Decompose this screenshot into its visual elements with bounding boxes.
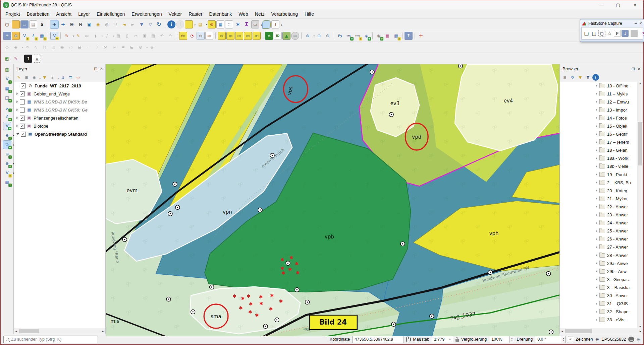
menu-item[interactable]: Web bbox=[235, 10, 252, 18]
refresh-map-icon[interactable]: ↻ bbox=[155, 20, 163, 28]
layer-checkbox[interactable] bbox=[21, 83, 26, 88]
layer-panel-float-icon[interactable]: ⊡ bbox=[94, 66, 98, 71]
select-by-value-icon[interactable]: ▤ bbox=[196, 20, 204, 28]
layer-item[interactable]: Funde_WT_2017_2019 bbox=[14, 82, 105, 90]
html-export-icon[interactable]: HTML bbox=[354, 32, 362, 40]
fs-capture-region-icon[interactable]: ▢ bbox=[598, 30, 605, 37]
raster-tool-icon[interactable]: ▲ bbox=[282, 32, 290, 40]
map-themes-icon[interactable]: ◉ bbox=[31, 74, 38, 81]
fs-capture-window-icon[interactable]: ▢ bbox=[583, 30, 590, 37]
layer-panel-hscrollbar[interactable]: ◄► bbox=[14, 328, 105, 334]
zoom-in-icon[interactable]: ⊕ bbox=[68, 20, 76, 28]
expander-icon[interactable] bbox=[596, 311, 597, 313]
browser-item[interactable]: 21 - Mykor bbox=[560, 195, 643, 203]
processing-tasks-icon[interactable]: ⊞ bbox=[637, 337, 641, 342]
expander-icon[interactable] bbox=[596, 198, 597, 200]
add-selected-layer-icon[interactable]: ⊞ bbox=[561, 74, 568, 81]
browser-item[interactable]: 28 - Anwer bbox=[560, 251, 643, 259]
browser-item[interactable]: 26 - Anwer bbox=[560, 235, 643, 243]
faststone-close-button[interactable]: × bbox=[640, 21, 642, 26]
messages-icon[interactable]: … bbox=[628, 337, 634, 342]
add-wms-icon[interactable]: ⊕ bbox=[3, 141, 11, 149]
browser-item[interactable]: 2 – KBS, Ba bbox=[560, 179, 643, 187]
browser-vscrollbar[interactable]: ▲▼ bbox=[637, 82, 643, 328]
add-group-icon[interactable]: ⊞ bbox=[23, 74, 30, 81]
layer-checkbox[interactable] bbox=[20, 108, 25, 113]
new-project-icon[interactable]: ▢ bbox=[3, 20, 11, 28]
browser-panel-float-icon[interactable]: ⊡ bbox=[632, 66, 635, 71]
zoom-full-icon[interactable]: ▣ bbox=[85, 20, 93, 28]
browser-item[interactable]: 18b - vielle bbox=[560, 162, 643, 170]
menu-item[interactable]: Vektor bbox=[165, 10, 185, 18]
map-canvas[interactable]: moor-Torfstich Rundweg "Bannwald "W "Ban… bbox=[106, 64, 559, 334]
multiedit-attributes-icon[interactable]: ▤ bbox=[114, 32, 122, 40]
browser-item[interactable]: 10 - Offline bbox=[560, 82, 643, 90]
expander-icon[interactable] bbox=[596, 206, 597, 208]
move-label-icon[interactable]: abc bbox=[235, 32, 243, 40]
browser-item[interactable]: 16 - Geotif bbox=[560, 130, 643, 138]
browser-item[interactable]: 11 – Mykis bbox=[560, 90, 643, 98]
properties-browser-icon[interactable]: i bbox=[592, 74, 599, 81]
vertex-tool-icon[interactable]: ∕ bbox=[103, 32, 111, 40]
grid-tool-icon[interactable]: ▦ bbox=[392, 32, 400, 40]
expander-icon[interactable] bbox=[596, 230, 597, 232]
lock-scale-icon[interactable] bbox=[455, 339, 459, 342]
new-mesh-icon[interactable]: ▦ bbox=[38, 32, 46, 40]
expander-icon[interactable] bbox=[596, 182, 597, 184]
layer-checkbox[interactable] bbox=[21, 132, 26, 137]
open-project-icon[interactable] bbox=[12, 20, 20, 28]
rotate-point-symbols-icon[interactable]: ⊙ bbox=[137, 43, 145, 51]
add-ring-icon[interactable]: ◎ bbox=[41, 43, 49, 51]
save-project-icon[interactable]: ▭ bbox=[20, 20, 29, 28]
add-geopackage-icon[interactable]: V bbox=[3, 122, 11, 130]
menu-item[interactable]: Erweiterungen bbox=[128, 10, 165, 18]
expander-icon[interactable] bbox=[596, 93, 597, 95]
fs-capture-scrolling-icon[interactable]: ↓ bbox=[622, 30, 629, 37]
browser-item[interactable]: 18a - Work bbox=[560, 154, 643, 162]
expander-icon[interactable] bbox=[16, 117, 18, 119]
database-manager-icon[interactable]: ▭ bbox=[291, 32, 299, 40]
magnifier-input[interactable]: 100% bbox=[489, 336, 510, 343]
zoom-to-layer-icon[interactable]: ◎ bbox=[103, 20, 111, 28]
expander-icon[interactable] bbox=[596, 157, 597, 159]
catalog-search-icon[interactable]: ⊕ bbox=[315, 32, 323, 40]
layer-item[interactable]: Gebiet_und_Wege bbox=[14, 90, 105, 98]
select-features-icon[interactable] bbox=[185, 20, 193, 28]
layout-manager-icon[interactable]: ▤ bbox=[29, 20, 37, 28]
digitize-shape-icon[interactable]: ◗ bbox=[92, 32, 100, 40]
toggle-editing-icon[interactable]: ✎ bbox=[74, 32, 82, 40]
add-wcs-icon[interactable]: ⊕ bbox=[3, 150, 11, 158]
expander-icon[interactable] bbox=[16, 84, 19, 87]
add-spatialite-icon[interactable]: ℓ bbox=[3, 113, 11, 121]
browser-item[interactable]: 29a- Anwe bbox=[560, 259, 643, 267]
menu-item[interactable]: Netz bbox=[252, 10, 268, 18]
filter-legend-icon[interactable]: ▼ bbox=[41, 74, 48, 81]
text-annotation-icon[interactable]: T bbox=[271, 20, 279, 28]
zoom-out-icon[interactable]: ⊖ bbox=[76, 20, 85, 28]
measure-icon[interactable]: ▭ bbox=[251, 20, 259, 28]
menu-item[interactable]: Projekt bbox=[2, 10, 23, 18]
expander-icon[interactable] bbox=[596, 286, 597, 288]
identify-features-icon[interactable]: i bbox=[167, 20, 175, 28]
expander-icon[interactable] bbox=[596, 125, 597, 127]
expander-icon[interactable] bbox=[596, 85, 597, 87]
change-label-icon[interactable]: abc bbox=[253, 32, 261, 40]
expander-icon[interactable] bbox=[596, 101, 597, 103]
browser-hscrollbar[interactable]: ◄► bbox=[560, 328, 643, 334]
layer-checkbox[interactable] bbox=[20, 116, 25, 121]
browser-item[interactable]: 22 - Anwer bbox=[560, 203, 643, 211]
browser-item[interactable]: 14 - Fotos bbox=[560, 114, 643, 122]
new-geopackage-icon[interactable]: V bbox=[50, 32, 58, 40]
minimize-button[interactable]: — bbox=[593, 0, 610, 9]
pan-to-selection-icon[interactable]: + bbox=[59, 20, 67, 28]
menu-item[interactable]: Verarbeitung bbox=[268, 10, 301, 18]
faststone-minimize-button[interactable]: – bbox=[635, 21, 637, 26]
scale-combo[interactable]: 1:779▾ bbox=[432, 336, 453, 343]
statistics-icon[interactable]: Σ bbox=[243, 20, 251, 28]
pin-labels-icon[interactable]: ab bbox=[197, 32, 205, 40]
fs-capture-fullscreen-icon[interactable]: F bbox=[614, 30, 621, 37]
processing-toolbox-icon[interactable]: ∗ bbox=[234, 20, 242, 28]
layer-item[interactable]: Pflanzengesellschaften bbox=[14, 114, 105, 122]
mouse-position-icon[interactable] bbox=[406, 337, 411, 342]
fs-capture-object-icon[interactable]: ◫ bbox=[591, 30, 598, 37]
